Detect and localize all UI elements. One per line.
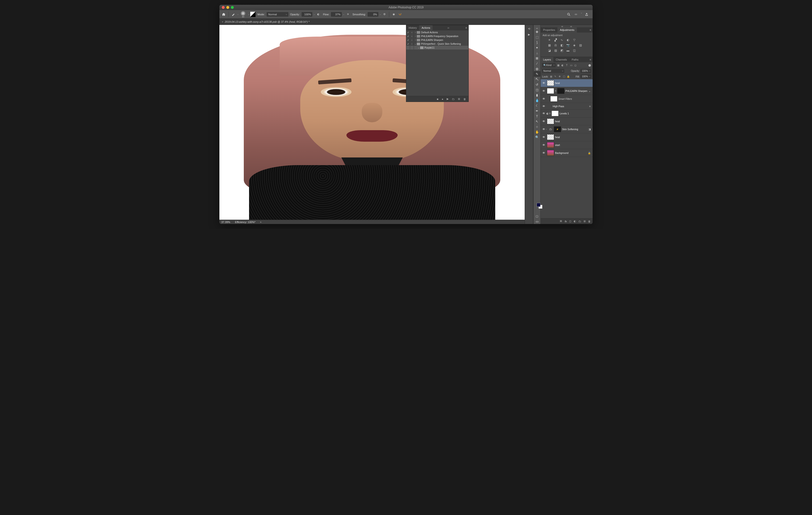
filter-smart-icon[interactable]: ◻ xyxy=(574,63,577,67)
tool-path[interactable]: ↖ xyxy=(534,119,540,124)
efficiency-status[interactable]: Efficiency: 100%* xyxy=(235,221,255,224)
new-action-icon[interactable]: ⊞ xyxy=(458,97,460,101)
stop-icon[interactable]: ■ xyxy=(437,98,438,101)
close-tab-icon[interactable]: × xyxy=(222,20,223,23)
bw-icon[interactable]: ◧ xyxy=(560,43,564,47)
tab-actions[interactable]: Actions xyxy=(419,25,433,30)
layer-row[interactable]: 👁Background🔒 xyxy=(541,149,592,157)
posterize-icon[interactable]: ▨ xyxy=(554,49,557,52)
canvas-area[interactable]: 37.39% Efficiency: 100%* ▸ xyxy=(220,25,525,224)
action-row[interactable]: ✓▫›Default Actions xyxy=(406,30,468,34)
tool-heal[interactable]: ◍ xyxy=(534,66,540,71)
layer-row[interactable]: 👁High Pass≡ xyxy=(541,103,592,110)
opacity-input[interactable]: 100% xyxy=(302,12,312,17)
layer-visibility-icon[interactable]: 👁 xyxy=(542,136,546,139)
photo-filter-icon[interactable]: 📷 xyxy=(566,43,570,47)
pressure-size-icon[interactable]: ◉ xyxy=(391,12,397,17)
vibrance-icon[interactable]: ▽ xyxy=(572,38,576,42)
delete-action-icon[interactable]: 🗑 xyxy=(463,98,466,101)
tab-properties[interactable]: Properties xyxy=(541,27,557,33)
lock-artboard-icon[interactable]: ▢ xyxy=(562,75,566,78)
tool-pen[interactable]: ✒ xyxy=(534,108,540,113)
tool-gradient[interactable]: ▮ xyxy=(534,92,540,98)
share-icon[interactable] xyxy=(584,12,589,17)
layer-name[interactable]: Skin Softening xyxy=(562,128,587,131)
chevron-down-icon[interactable]: ⌵ xyxy=(237,13,238,15)
tool-marquee[interactable]: ⬚ xyxy=(534,34,540,40)
history-dock-icon[interactable]: ⟲ xyxy=(527,27,531,31)
layer-name[interactable]: heal xyxy=(555,120,592,123)
tool-zoom[interactable]: 🔍 xyxy=(534,135,540,140)
tool-blur[interactable]: 💧 xyxy=(534,98,540,103)
layer-thumbnail[interactable] xyxy=(547,80,554,86)
expand-arrow-icon[interactable]: ⌄ xyxy=(414,42,417,45)
layer-row[interactable]: 👁◐⎘Levels 1 xyxy=(541,110,592,117)
new-layer-icon[interactable]: ⊞ xyxy=(583,220,586,223)
toggle-check[interactable]: ✓ xyxy=(406,30,410,34)
maximize-window-button[interactable] xyxy=(231,6,234,9)
layer-name[interactable]: High Pass xyxy=(553,105,588,108)
lock-all-icon[interactable]: 🔒 xyxy=(567,75,570,78)
expand-arrow-icon[interactable]: › xyxy=(414,39,417,41)
tool-history-brush[interactable]: ↺ xyxy=(534,82,540,87)
layer-opacity-input[interactable]: 100% xyxy=(581,69,591,73)
invert-icon[interactable]: ◪ xyxy=(547,49,551,52)
panel-menu-icon[interactable]: ≡ xyxy=(588,58,592,61)
actions-panel[interactable]: History Actions ›› ≡ ✓▫›Default Actions✓… xyxy=(406,25,469,102)
toggle-dialog[interactable]: ▫ xyxy=(410,42,414,46)
layer-visibility-icon[interactable]: 👁 xyxy=(542,127,546,131)
layer-visibility-icon[interactable]: 👁 xyxy=(542,81,546,85)
layer-row[interactable]: 👁heal xyxy=(541,133,592,141)
toggle-check[interactable]: ✓ xyxy=(406,42,410,46)
tool-crop[interactable]: ⟂ xyxy=(534,50,540,56)
delete-layer-icon[interactable]: 🗑 xyxy=(588,220,591,223)
toggle-dialog[interactable]: ▫ xyxy=(410,30,414,34)
filter-adjust-icon[interactable]: ◐ xyxy=(561,63,564,67)
layer-row[interactable]: 👁Smart Filters xyxy=(541,95,592,103)
hue-icon[interactable]: ▦ xyxy=(547,43,551,47)
tool-dodge[interactable]: ☾ xyxy=(534,103,540,108)
layer-mask-icon[interactable]: ◻ xyxy=(569,220,571,223)
tool-eyedropper[interactable]: ⁄ xyxy=(534,61,540,66)
tab-history[interactable]: History xyxy=(406,25,419,30)
record-icon[interactable]: ● xyxy=(442,98,443,101)
tab-layers[interactable]: Layers xyxy=(541,57,553,62)
layer-name[interactable]: Levels 1 xyxy=(559,112,592,115)
tool-brush[interactable]: ✎ xyxy=(534,71,540,77)
lock-pixels-icon[interactable]: ✎ xyxy=(554,75,557,78)
layer-name[interactable]: heal xyxy=(555,82,592,84)
search-icon[interactable] xyxy=(566,12,571,17)
layer-filter-dropdown[interactable]: 🔍Kind xyxy=(542,63,555,67)
selective-color-icon[interactable]: ◫ xyxy=(572,49,576,52)
layer-thumbnail[interactable] xyxy=(550,96,557,102)
layer-row[interactable]: 👁heal xyxy=(541,117,592,125)
brush-preset-picker[interactable]: 40 xyxy=(239,11,246,18)
symmetry-icon[interactable]: 🦋 xyxy=(397,12,403,17)
layer-thumbnail[interactable]: ⚡ xyxy=(554,126,561,132)
new-adjustment-icon[interactable]: ◐ xyxy=(574,220,576,223)
toggle-check[interactable] xyxy=(406,46,410,50)
tab-channels[interactable]: Channels xyxy=(553,57,569,62)
panel-menu-icon[interactable]: ≡ xyxy=(464,26,468,29)
document-tab[interactable]: × 2019-04-13-ashley-with-sony-a7r-iii313… xyxy=(220,19,312,25)
exposure-icon[interactable]: ◐ xyxy=(566,38,570,42)
layer-thumbnail[interactable] xyxy=(547,88,554,94)
toggle-dialog[interactable]: ▫ xyxy=(410,38,414,42)
toggle-check[interactable]: ✓ xyxy=(406,38,410,42)
toggle-dialog[interactable] xyxy=(410,46,414,50)
blend-mode-dropdown[interactable]: Normal xyxy=(267,12,288,17)
lock-transparency-icon[interactable]: ▦ xyxy=(549,75,553,78)
expand-arrow-icon[interactable]: ⌄ xyxy=(417,47,420,49)
tool-move[interactable]: ✥ xyxy=(534,29,540,34)
layer-row[interactable]: 👁⎘PHLEARN Sharpen +1⌄ xyxy=(541,87,592,95)
blend-mode-dropdown[interactable]: Normal xyxy=(542,69,564,73)
expand-arrow-icon[interactable]: › xyxy=(414,31,417,33)
layer-name[interactable]: Smart Filters xyxy=(558,98,592,100)
close-window-button[interactable] xyxy=(222,6,225,9)
filter-shape-icon[interactable]: ▭ xyxy=(570,63,573,67)
layer-visibility-icon[interactable]: 👁 xyxy=(542,143,546,147)
toggle-dialog[interactable]: ▫ xyxy=(410,34,414,38)
fx-badge-icon[interactable]: ◨ xyxy=(587,128,592,131)
expand-arrow-icon[interactable]: › xyxy=(414,35,417,37)
layer-name[interactable]: PHLEARN Sharpen +1 xyxy=(566,89,588,92)
